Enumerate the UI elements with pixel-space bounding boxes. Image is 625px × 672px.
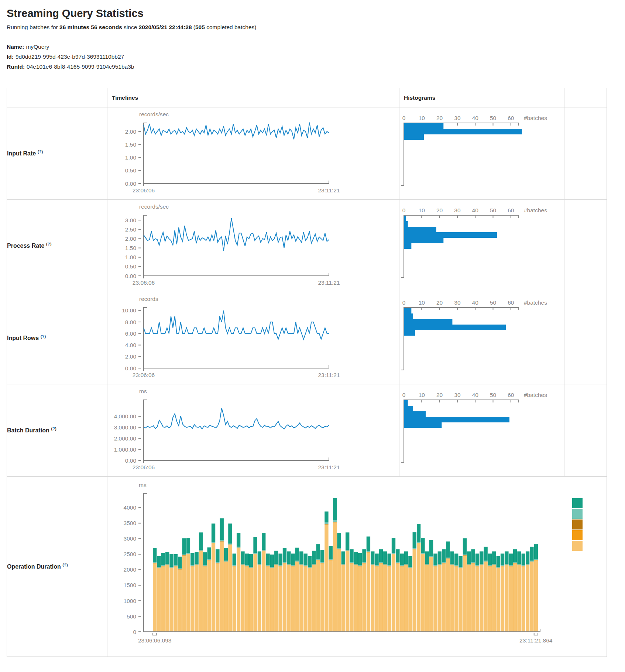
table-row-process-rate: Process Rate (?) records/sec3.002.502.00…	[7, 200, 607, 292]
table-row-batch-duration: Batch Duration (?) ms4,000.003,000.002,0…	[7, 384, 607, 477]
table-row-input-rate: Input Rate (?) records/sec2.001.501.000.…	[7, 107, 607, 200]
svg-text:records/sec: records/sec	[139, 203, 169, 210]
batch-duration-timeline-chart: ms4,000.003,000.002,000.001,000.000.0023…	[108, 387, 399, 475]
process-rate-timeline-cell: records/sec3.002.502.001.501.000.500.002…	[107, 200, 399, 292]
svg-text:1000: 1000	[124, 598, 137, 604]
svg-text:0: 0	[133, 629, 136, 635]
svg-text:40: 40	[472, 207, 479, 213]
svg-text:8.00: 8.00	[125, 319, 137, 325]
svg-text:60: 60	[508, 392, 514, 398]
row-label-operation-duration: Operation Duration (?)	[7, 477, 107, 657]
svg-text:6.00: 6.00	[125, 330, 137, 337]
svg-text:23:06:06: 23:06:06	[133, 280, 155, 286]
svg-text:30: 30	[454, 299, 461, 306]
query-name-label: Name:	[7, 44, 24, 50]
svg-text:#batches: #batches	[524, 207, 547, 213]
svg-text:23:06:06: 23:06:06	[133, 187, 155, 193]
svg-text:23:11:21: 23:11:21	[318, 464, 340, 470]
svg-text:23:11:21: 23:11:21	[318, 280, 340, 286]
help-icon[interactable]: (?)	[38, 150, 43, 154]
row-label-input-rows: Input Rows (?)	[7, 292, 107, 384]
svg-text:records: records	[139, 296, 158, 302]
help-icon[interactable]: (?)	[46, 242, 52, 246]
row-label-text: Input Rate	[7, 151, 36, 157]
input-rows-timeline-cell: records10.008.006.004.002.000.0023:06:06…	[107, 292, 399, 384]
svg-text:1.50: 1.50	[125, 245, 137, 251]
svg-text:4.00: 4.00	[125, 342, 137, 348]
svg-text:40: 40	[472, 299, 479, 306]
header-spacer	[564, 88, 607, 107]
statistics-table: Timelines Histograms Input Rate (?) reco…	[7, 88, 607, 657]
svg-text:0.00: 0.00	[125, 273, 137, 279]
input-rate-histogram-cell: 0102030405060#batches	[399, 107, 564, 200]
svg-text:#batches: #batches	[524, 115, 547, 121]
query-meta: Name:myQuery Id:9d0dd219-995d-423e-b97d-…	[7, 42, 625, 72]
svg-text:3000: 3000	[124, 535, 137, 542]
svg-text:0.00: 0.00	[125, 365, 137, 371]
svg-text:30: 30	[454, 207, 461, 213]
header-timelines: Timelines	[107, 88, 399, 107]
svg-text:10: 10	[419, 299, 425, 306]
query-id-label: Id:	[7, 54, 14, 60]
input-rows-timeline-chart: records10.008.006.004.002.000.0023:06:06…	[108, 294, 399, 383]
svg-text:20: 20	[436, 115, 443, 121]
row-label-input-rate: Input Rate (?)	[7, 107, 107, 200]
help-icon[interactable]: (?)	[41, 334, 46, 339]
svg-text:10: 10	[419, 115, 425, 121]
svg-text:10: 10	[419, 392, 425, 398]
svg-text:1500: 1500	[124, 582, 137, 588]
svg-text:40: 40	[472, 392, 479, 398]
query-runid-label: RunId:	[7, 64, 25, 70]
running-batches-summary: Running batches for 26 minutes 56 second…	[7, 24, 625, 31]
header-empty	[7, 88, 107, 107]
svg-text:40: 40	[472, 115, 479, 121]
svg-text:2000: 2000	[124, 566, 137, 573]
spacer-cell	[564, 107, 607, 200]
page: Streaming Query Statistics Running batch…	[0, 0, 625, 657]
query-name-row: Name:myQuery	[7, 42, 625, 52]
process-rate-histogram-cell: 0102030405060#batches	[399, 200, 564, 292]
row-label-process-rate: Process Rate (?)	[7, 200, 107, 292]
svg-text:2.00: 2.00	[125, 353, 137, 360]
help-icon[interactable]: (?)	[51, 426, 56, 431]
svg-text:20: 20	[436, 392, 443, 398]
svg-text:2.00: 2.00	[125, 236, 137, 242]
svg-text:23:06:06: 23:06:06	[133, 372, 155, 378]
svg-text:4000: 4000	[124, 504, 137, 511]
row-label-text: Input Rows	[7, 335, 39, 342]
svg-text:#batches: #batches	[524, 299, 547, 306]
svg-text:ms: ms	[139, 388, 147, 394]
svg-text:0: 0	[402, 115, 406, 121]
summary-text: Running batches for	[7, 24, 59, 30]
start-timestamp: 2020/05/21 22:44:28	[139, 24, 192, 30]
operation-duration-chart-cell: ms4000350030002500200015001000500023:06:…	[107, 477, 607, 657]
input-rows-histogram-chart: 0102030405060#batches	[400, 294, 564, 383]
batch-duration-histogram-cell: 0102030405060#batches	[399, 384, 564, 477]
svg-text:23:06:06.093: 23:06:06.093	[138, 637, 172, 644]
table-row-operation-duration: Operation Duration (?) ms400035003000250…	[7, 477, 607, 657]
svg-text:50: 50	[490, 115, 497, 121]
svg-text:50: 50	[490, 207, 497, 213]
svg-text:23:11:21.864: 23:11:21.864	[519, 637, 553, 644]
svg-text:1.50: 1.50	[125, 141, 137, 148]
svg-text:10: 10	[419, 207, 425, 213]
svg-text:0: 0	[402, 392, 406, 398]
svg-text:#batches: #batches	[524, 392, 547, 398]
help-icon[interactable]: (?)	[62, 563, 68, 567]
query-id-row: Id:9d0dd219-995d-423e-b97d-36931110bb27	[7, 52, 625, 62]
running-duration: 26 minutes 56 seconds	[59, 24, 122, 30]
row-label-text: Operation Duration	[7, 564, 61, 570]
svg-text:3,000.00: 3,000.00	[114, 424, 137, 431]
svg-text:0.00: 0.00	[125, 181, 137, 187]
row-label-text: Process Rate	[7, 243, 44, 249]
spacer-cell	[564, 384, 607, 477]
input-rate-timeline-cell: records/sec2.001.501.000.500.0023:06:062…	[107, 107, 399, 200]
svg-text:23:11:21: 23:11:21	[318, 187, 340, 193]
svg-text:20: 20	[436, 299, 443, 306]
svg-text:4,000.00: 4,000.00	[114, 413, 137, 419]
batch-duration-histogram-chart: 0102030405060#batches	[400, 387, 564, 475]
svg-text:records/sec: records/sec	[139, 111, 169, 117]
svg-text:2,000.00: 2,000.00	[114, 435, 137, 442]
process-rate-histogram-chart: 0102030405060#batches	[400, 202, 564, 290]
svg-text:2.00: 2.00	[125, 128, 137, 135]
